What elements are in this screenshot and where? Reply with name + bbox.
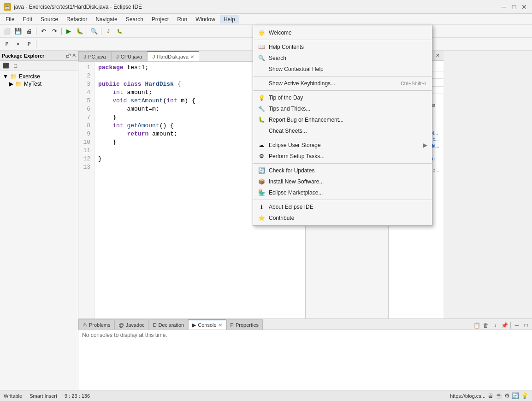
toolbar-debug[interactable]: 🐛: [75, 26, 85, 36]
toolbar-undo[interactable]: ↶: [38, 26, 48, 36]
status-icon1[interactable]: 🖥: [487, 392, 493, 399]
tab-hd-label: HardDisk.java: [157, 54, 188, 59]
pe-restore-btn[interactable]: ◻: [11, 62, 19, 70]
menu-file[interactable]: File: [2, 15, 18, 24]
toolbar-redo[interactable]: ↷: [49, 26, 59, 36]
menu-about-label: About Eclipse IDE: [269, 204, 427, 210]
tab-harddisk-java[interactable]: J HardDisk.java ✕: [147, 51, 199, 61]
menu-report-bug[interactable]: 🐛 Report Bug or Enhancement...: [253, 114, 432, 125]
menu-welcome[interactable]: 🌟 Welcome: [253, 27, 432, 38]
status-bar: Writable Smart Insert 9 : 23 : 136 https…: [0, 390, 532, 401]
menu-about-eclipse[interactable]: ℹ About Eclipse IDE: [253, 201, 432, 212]
menu-tip-of-day[interactable]: 💡 Tip of the Day: [253, 92, 432, 103]
maximize-button[interactable]: □: [510, 3, 518, 11]
tree-exercise[interactable]: ▼ 📁 Exercise: [2, 73, 76, 80]
mytest-folder-icon: 📁: [15, 81, 22, 87]
tab-javadoc[interactable]: @ Javadoc: [114, 319, 148, 330]
status-icon5[interactable]: 💡: [521, 392, 528, 399]
toolbar2-pkg2[interactable]: P: [24, 39, 34, 49]
tab-properties[interactable]: P Properties: [226, 319, 263, 330]
menu-tips-tricks[interactable]: 🔧 Tips and Tricks...: [253, 103, 432, 114]
tab-problems-label: Problems: [89, 322, 110, 328]
menu-edit[interactable]: Edit: [19, 15, 36, 24]
close-button[interactable]: ✕: [520, 3, 528, 11]
console-message: No consoles to display at this time.: [82, 332, 167, 338]
menu-help-search[interactable]: 🔍 Search: [253, 53, 432, 64]
console-content: No consoles to display at this time.: [78, 330, 532, 390]
console-scroll-btn[interactable]: ↓: [491, 321, 499, 330]
menu-updates-icon: 🔄: [258, 167, 265, 174]
console-maximize[interactable]: □: [522, 321, 530, 330]
menu-run[interactable]: Run: [173, 15, 191, 24]
toolbar2-close[interactable]: ✕: [13, 39, 23, 49]
tab-pc-label: PC.java: [88, 54, 106, 59]
toolbar-new[interactable]: ⬜: [2, 26, 12, 36]
tab-console[interactable]: ▶ Console ✕: [188, 319, 226, 330]
pe-collapse-btn[interactable]: 🗗: [66, 53, 71, 59]
menu-search[interactable]: Search: [122, 15, 147, 24]
menu-contextual-help[interactable]: Show Contextual Help: [253, 64, 432, 75]
toolbar-run[interactable]: ▶: [64, 26, 74, 36]
exercise-folder-icon: 📁: [10, 73, 17, 80]
status-icon2[interactable]: ☕: [495, 392, 502, 399]
status-icon4[interactable]: 🔄: [512, 392, 519, 399]
title-bar-left: ☕ java - Exercise/src/test1/HardDisk.jav…: [4, 3, 142, 11]
toolbar2-pkg-btn[interactable]: P: [2, 39, 12, 49]
menu-eclipse-storage[interactable]: ☁ Eclipse User Storage ▶: [253, 140, 432, 151]
pe-close-btn[interactable]: ✕: [72, 53, 76, 59]
help-close[interactable]: ✕: [433, 52, 442, 60]
menu-setup-icon: ⚙: [258, 153, 265, 160]
minimize-button[interactable]: ─: [500, 3, 508, 11]
menu-help-contents[interactable]: 📖 Help Contents: [253, 41, 432, 53]
tab-pc-java[interactable]: J PC.java: [78, 51, 111, 61]
tab-hd-icon: J: [152, 54, 155, 59]
menu-help[interactable]: Help: [220, 15, 239, 24]
menu-contextual-icon: [258, 65, 265, 73]
console-pin-btn[interactable]: 📌: [500, 321, 508, 330]
package-explorer-header: Package Explorer 🗗 ✕: [0, 51, 78, 61]
bottom-tabs-left: ⚠ Problems @ Javadoc D Declaration ▶: [78, 319, 263, 330]
menu-help-search-icon: 🔍: [258, 54, 265, 62]
bottom-area: ⚠ Problems @ Javadoc D Declaration ▶: [78, 318, 532, 390]
menu-tips-icon: 🔧: [258, 105, 265, 112]
console-new-btn[interactable]: 📋: [473, 321, 481, 330]
menu-navigate[interactable]: Navigate: [92, 15, 121, 24]
menu-contribute[interactable]: ⭐ Contribute: [253, 212, 432, 224]
tab-problems[interactable]: ⚠ Problems: [78, 319, 114, 330]
tab-cpu-java[interactable]: J CPU.java: [111, 51, 148, 61]
mytest-expand-icon: ▶: [9, 81, 13, 87]
menu-tip-label: Tip of the Day: [269, 94, 427, 101]
status-icon3[interactable]: ⚙: [504, 392, 510, 399]
tab-console-close[interactable]: ✕: [219, 323, 222, 328]
tree-mytest[interactable]: ▶ 📁 MyTest: [2, 80, 76, 88]
menu-contribute-label: Contribute: [269, 215, 427, 221]
menu-welcome-icon: 🌟: [258, 29, 265, 36]
menu-source[interactable]: Source: [37, 15, 62, 24]
toolbar-search[interactable]: 🔍: [89, 26, 99, 36]
toolbar-perspective-debug[interactable]: 🐛: [114, 26, 124, 36]
menu-marketplace[interactable]: 🏪 Eclipse Marketplace...: [253, 187, 432, 198]
menu-refactor[interactable]: Refactor: [63, 15, 91, 24]
toolbar-save[interactable]: 💾: [13, 26, 23, 36]
tab-hd-close[interactable]: ✕: [190, 54, 194, 59]
menu-cheat-sheets[interactable]: Cheat Sheets...: [253, 125, 432, 136]
menu-keybindings-icon: [258, 80, 265, 87]
console-clear-btn[interactable]: 🗑: [482, 321, 490, 330]
toolbar-perspective-java[interactable]: J: [103, 26, 113, 36]
menu-keybindings[interactable]: Show Active Keybindings... Ctrl+Shift+L: [253, 78, 432, 89]
console-minimize[interactable]: ─: [513, 321, 521, 330]
menu-window[interactable]: Window: [192, 15, 219, 24]
menu-setup-tasks[interactable]: ⚙ Perform Setup Tasks...: [253, 151, 432, 162]
tab-declaration-icon: D: [153, 322, 157, 328]
tab-properties-icon: P: [231, 322, 234, 328]
menu-tip-icon: 💡: [258, 94, 265, 101]
tab-declaration[interactable]: D Declaration: [149, 319, 189, 330]
menu-project[interactable]: Project: [148, 15, 172, 24]
status-left: Writable Smart Insert 9 : 23 : 136: [4, 393, 90, 399]
menu-check-updates[interactable]: 🔄 Check for Updates: [253, 165, 432, 176]
menu-keybindings-shortcut: Ctrl+Shift+L: [401, 81, 427, 86]
toolbar-print[interactable]: 🖨: [24, 26, 34, 36]
pe-minimax-btn[interactable]: ⬛: [2, 62, 10, 70]
menu-install-software[interactable]: 📦 Install New Software...: [253, 176, 432, 187]
menu-marketplace-icon: 🏪: [258, 189, 265, 196]
